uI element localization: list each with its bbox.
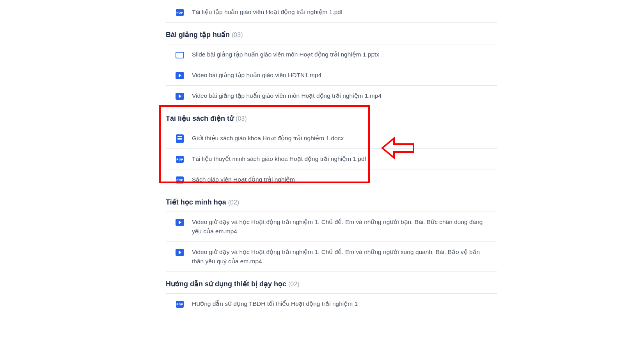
pdf-icon: PDF bbox=[176, 176, 184, 184]
file-label: Slide bài giảng tập huấn giáo viên môn H… bbox=[192, 50, 379, 59]
section-title-text: Bài giảng tập huấn bbox=[166, 31, 230, 39]
file-label: Video bài giảng tập huấn giáo viên môn H… bbox=[192, 91, 381, 100]
file-label: Tài liệu thuyết minh sách giáo khoa Hoạt… bbox=[192, 154, 366, 164]
document-list: PDF Tài liệu tập huấn giáo viên Hoạt độn… bbox=[166, 2, 497, 314]
file-label: Sách giáo viên Hoạt động trải nghiệm bbox=[192, 175, 295, 184]
section-title-text: Tiết học minh họa bbox=[166, 198, 226, 206]
file-label: Video giờ dạy và học Hoạt động trải nghi… bbox=[192, 247, 491, 266]
file-item[interactable]: Video bài giảng tập huấn giáo viên môn H… bbox=[166, 86, 497, 106]
file-label: Video giờ dạy và học Hoạt động trải nghi… bbox=[192, 217, 491, 236]
file-item[interactable]: PDF Tài liệu thuyết minh sách giáo khoa … bbox=[166, 149, 497, 169]
slide-icon bbox=[176, 51, 184, 59]
section-header: Tiết học minh họa (02) bbox=[166, 190, 497, 212]
file-item[interactable]: PDF Tài liệu tập huấn giáo viên Hoạt độn… bbox=[166, 2, 497, 23]
section-count: (03) bbox=[236, 115, 247, 122]
pdf-icon: PDF bbox=[176, 300, 184, 309]
file-item[interactable]: Video bài giảng tập huấn giáo viên HĐTN1… bbox=[166, 65, 497, 86]
file-label: Video bài giảng tập huấn giáo viên HĐTN1… bbox=[192, 71, 321, 80]
section-header: Hướng dẫn sử dụng thiết bị dạy học (02) bbox=[166, 272, 497, 294]
video-icon bbox=[176, 218, 184, 227]
file-label: Tài liệu tập huấn giáo viên Hoạt động tr… bbox=[192, 7, 342, 17]
section-count: (02) bbox=[288, 281, 299, 287]
file-item[interactable]: Video giờ dạy và học Hoạt động trải nghi… bbox=[166, 242, 497, 272]
section-title-text: Tài liệu sách điện tử bbox=[166, 115, 234, 122]
doc-icon bbox=[176, 134, 184, 143]
video-icon bbox=[176, 248, 184, 257]
pdf-icon: PDF bbox=[176, 155, 184, 164]
file-item[interactable]: Video giờ dạy và học Hoạt động trải nghi… bbox=[166, 212, 497, 242]
section-count: (03) bbox=[232, 32, 243, 38]
file-item[interactable]: PDF Hướng dẫn sử dụng TBDH tối thiểu Hoạ… bbox=[166, 294, 497, 314]
section-header: Tài liệu sách điện tử (03) bbox=[166, 106, 497, 128]
file-item[interactable]: Giới thiệu sách giáo khoa Hoạt động trải… bbox=[166, 128, 497, 149]
file-item[interactable]: Slide bài giảng tập huấn giáo viên môn H… bbox=[166, 44, 497, 65]
video-icon bbox=[176, 71, 184, 80]
file-item[interactable]: PDF Sách giáo viên Hoạt động trải nghiệm bbox=[166, 169, 497, 190]
video-icon bbox=[176, 92, 184, 100]
section-count: (02) bbox=[228, 199, 239, 206]
pdf-icon: PDF bbox=[176, 8, 184, 17]
section-title-text: Hướng dẫn sử dụng thiết bị dạy học bbox=[166, 280, 286, 288]
file-label: Giới thiệu sách giáo khoa Hoạt động trải… bbox=[192, 134, 344, 143]
file-label: Hướng dẫn sử dụng TBDH tối thiểu Hoạt độ… bbox=[192, 299, 358, 309]
section-header: Bài giảng tập huấn (03) bbox=[166, 23, 497, 44]
